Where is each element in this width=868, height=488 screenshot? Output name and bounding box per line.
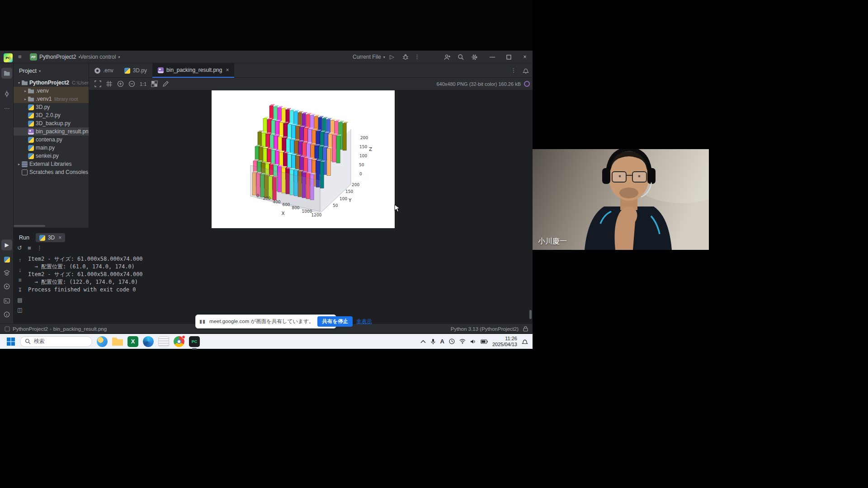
tree-item-contena.py[interactable]: contena.py [14, 136, 89, 144]
clear-console-icon[interactable]: ◫ [17, 307, 22, 313]
tree-item-senkei.py[interactable]: senkei.py [14, 152, 89, 160]
close-button[interactable]: × [517, 51, 533, 63]
edit-pencil-icon[interactable] [162, 80, 169, 87]
soft-wrap-icon[interactable]: ↧ [18, 287, 22, 293]
tree-item-.venv1[interactable]: ▸.venv1library root [14, 95, 89, 103]
tree-item-label: .venv [36, 88, 49, 94]
console-scrollbar[interactable] [529, 310, 532, 319]
notes-app-icon[interactable] [158, 336, 169, 347]
search-everywhere-button[interactable] [458, 51, 464, 63]
svg-text:Z: Z [369, 146, 372, 152]
tree-item-3D_backup.py[interactable]: 3D_backup.py [14, 119, 89, 127]
excel-icon[interactable]: X [127, 336, 138, 347]
browser-app-icon[interactable] [174, 336, 184, 347]
wifi-icon[interactable] [459, 339, 466, 344]
project-panel: Project ▾ ▾PythonProject2C:\Users\onet▸.… [14, 63, 89, 228]
filter-icon[interactable]: ≡ [18, 277, 21, 283]
tree-item-External Libraries[interactable]: ▸External Libraries [14, 160, 89, 168]
image-canvas[interactable]: 0200400600800100012005010015020005010015… [89, 90, 533, 231]
settings-button[interactable] [471, 51, 478, 63]
run-more-button[interactable]: ⋮ [37, 244, 42, 251]
commit-toolwindow-button[interactable] [1, 89, 12, 99]
pycharm-logo[interactable]: PC [4, 51, 13, 63]
grid-icon[interactable] [106, 80, 113, 87]
taskbar-clock[interactable]: 11:26 2025/04/13 [492, 336, 517, 347]
terminal-toolwindow-button[interactable] [1, 296, 12, 306]
file-explorer-icon[interactable] [112, 336, 123, 347]
rerun-button[interactable]: ↺ [17, 244, 22, 251]
python-packages-button[interactable] [1, 281, 12, 292]
more-actions-button[interactable]: ⋮ [414, 51, 420, 63]
scroll-up-icon[interactable]: ↑ [19, 257, 21, 263]
tree-item-3D_2.0.py[interactable]: 3D_2.0.py [14, 111, 89, 119]
edge-browser-icon[interactable] [143, 336, 154, 347]
desktop: PC ≡ PP PythonProject2 ▾ Version control… [0, 0, 868, 488]
python-icon [28, 145, 34, 151]
widgets-app-icon[interactable] [97, 336, 108, 347]
stop-sharing-button[interactable]: 共有を停止 [317, 316, 353, 327]
webcam-video-tile[interactable]: 小川慶一 [533, 149, 709, 250]
tab-.env[interactable]: .env [89, 63, 119, 78]
hide-bar-link[interactable]: 非表示 [356, 318, 372, 325]
project-toolwindow-button[interactable] [1, 68, 12, 79]
scroll-down-icon[interactable]: ↓ [19, 267, 21, 273]
tab-options-button[interactable]: ⋮ [511, 67, 516, 74]
project-panel-header[interactable]: Project ▾ [14, 63, 89, 79]
tree-item-bin_packing_result.png[interactable]: bin_packing_result.png [14, 127, 89, 136]
breadcrumb-file[interactable]: bin_packing_result.png [53, 326, 107, 332]
run-toolwindow-button[interactable]: ▶ [1, 239, 12, 250]
tray-chevron-up-icon[interactable] [420, 340, 426, 343]
tree-item-.venv[interactable]: ▸.venv [14, 87, 89, 95]
project-panel-hscrollbar[interactable] [14, 225, 45, 227]
meet-share-message: meet.google.com が画面を共有しています。 [209, 318, 314, 325]
ai-assistant-icon[interactable] [524, 81, 530, 87]
services-toolwindow-button[interactable] [1, 267, 12, 278]
svg-text:50: 50 [359, 163, 364, 167]
breadcrumb-project[interactable]: PythonProject2 [13, 326, 48, 332]
tree-item-Scratches and Consoles[interactable]: Scratches and Consoles [14, 168, 89, 176]
speaker-icon[interactable] [470, 339, 476, 344]
zoom-level-label[interactable]: 1:1 [140, 81, 146, 87]
taskbar-search-input[interactable]: 検索 [20, 336, 92, 347]
zoom-out-icon[interactable] [128, 80, 135, 87]
tree-item-3D.py[interactable]: 3D.py [14, 103, 89, 111]
run-button[interactable]: ▷ [390, 51, 394, 63]
microphone-icon[interactable] [430, 338, 436, 345]
tree-item-main.py[interactable]: main.py [14, 144, 89, 152]
console-output[interactable]: Item2 - サイズ: 61.000x58.000x74.000 → 配置位置… [28, 255, 528, 322]
code-with-me-button[interactable] [444, 51, 451, 63]
structure-toolwindow-button[interactable]: ⋯ [1, 103, 12, 114]
project-widget[interactable]: PP PythonProject2 ▾ [30, 51, 80, 63]
print-icon[interactable]: ▤ [17, 297, 22, 303]
search-icon [25, 338, 31, 344]
vcs-widget[interactable]: Version control ▾ [80, 51, 120, 63]
project-avatar: PP [30, 53, 37, 61]
tree-item-PythonProject2[interactable]: ▾PythonProject2C:\Users\onet [14, 79, 89, 87]
clock-icon[interactable] [449, 338, 455, 344]
close-icon[interactable]: × [58, 235, 61, 241]
ime-mode-indicator[interactable]: A [440, 338, 444, 345]
checkerboard-icon[interactable] [151, 80, 158, 87]
start-button[interactable] [6, 337, 15, 346]
minimize-button[interactable]: — [485, 51, 500, 63]
stop-button[interactable]: ■ [28, 244, 31, 251]
tab-bin_packing_result.png[interactable]: bin_packing_result.png× [152, 63, 234, 78]
problems-toolwindow-button[interactable] [1, 309, 12, 320]
image-viewer-toolbar: 1:1 640x480 PNG (32-bit color) 160.26 kB [89, 78, 533, 90]
fit-zoom-icon[interactable] [94, 80, 101, 87]
notification-center-bell-icon[interactable] [522, 338, 528, 345]
maximize-button[interactable] [501, 51, 516, 63]
lock-icon[interactable] [523, 326, 528, 332]
pycharm-taskbar-icon[interactable]: PC [189, 336, 200, 347]
notifications-bell-icon[interactable] [523, 67, 529, 74]
battery-icon[interactable] [481, 339, 488, 344]
interpreter-widget[interactable]: Python 3.13 (PythonProject2) [451, 326, 519, 332]
run-process-tab[interactable]: 3D × [36, 233, 65, 242]
run-config-selector[interactable]: Current File ▾ [353, 51, 385, 63]
python-console-button[interactable] [1, 254, 12, 265]
zoom-in-icon[interactable] [117, 80, 124, 87]
main-menu-button[interactable]: ≡ [18, 51, 22, 63]
tab-3D.py[interactable]: 3D.py [119, 63, 152, 78]
tab-close-icon[interactable]: × [226, 67, 229, 73]
debug-button[interactable] [402, 51, 409, 63]
